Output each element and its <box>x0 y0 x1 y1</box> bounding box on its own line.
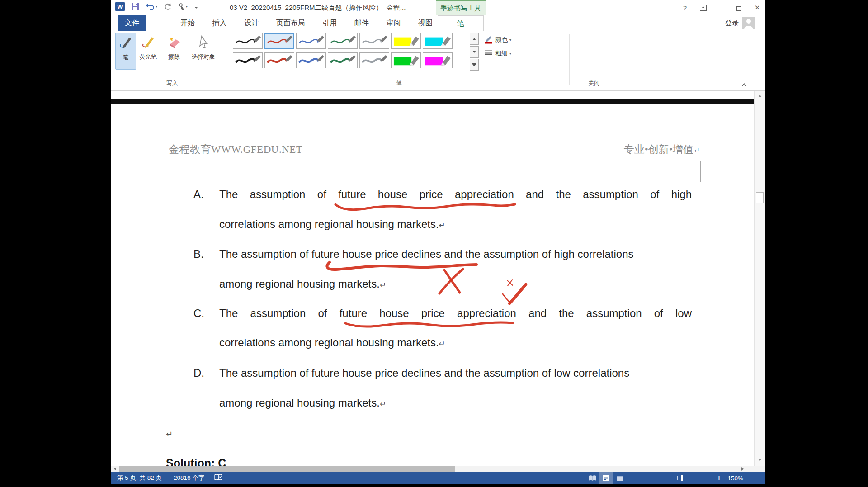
pen-color-button[interactable]: 颜色▾ <box>484 34 529 46</box>
tab-page-layout[interactable]: 页面布局 <box>275 15 306 31</box>
highlighter-style-swatch[interactable] <box>391 33 421 49</box>
pen-style-swatch[interactable] <box>328 52 358 68</box>
scroll-down-button[interactable] <box>755 455 764 464</box>
word-window: W ▾ ▾ 03 V2_20220 <box>111 0 765 484</box>
pen-style-gallery <box>233 33 469 71</box>
status-bar: 第 5 页, 共 82 页 20816 个字 − <box>111 472 765 484</box>
help-button[interactable]: ? <box>677 3 693 13</box>
svg-text:W: W <box>117 3 123 10</box>
pen-style-swatch[interactable] <box>359 52 389 68</box>
undo-button[interactable]: ▾ <box>146 3 157 10</box>
gallery-scroll-up-button[interactable] <box>470 33 479 45</box>
ink-check-mark-up <box>509 284 526 303</box>
vertical-scrollbar[interactable] <box>754 91 765 466</box>
pen-style-swatch[interactable] <box>296 52 326 68</box>
tab-design[interactable]: 设计 <box>243 15 259 31</box>
tab-view[interactable]: 视图 <box>417 15 434 31</box>
pen-style-swatch[interactable] <box>359 33 389 49</box>
tab-references[interactable]: 引用 <box>321 15 338 31</box>
pen-style-swatch[interactable] <box>233 52 263 68</box>
word-count[interactable]: 20816 个字 <box>174 474 204 482</box>
scroll-up-button[interactable] <box>755 92 764 100</box>
pen-style-swatch[interactable] <box>328 33 358 49</box>
ink-cross-mark-stroke2 <box>439 269 463 293</box>
pen-thickness-button[interactable]: 粗细▾ <box>484 47 529 59</box>
save-icon[interactable] <box>131 3 139 11</box>
ribbon: 笔 荧光笔 擦除 选择对象 <box>111 31 765 91</box>
document-canvas[interactable]: 金程教育WWW.GFEDU.NET 专业•创新•增值↵ A. The assum… <box>111 91 765 466</box>
scroll-right-button[interactable] <box>739 466 746 472</box>
zoom-percentage[interactable]: 150% <box>727 475 743 482</box>
eraser-tool-button[interactable]: 擦除 <box>164 33 184 71</box>
ribbon-tab-row: 文件 开始 插入 设计 页面布局 引用 邮件 审阅 视图 笔 登录 <box>111 15 765 31</box>
ink-annotation-layer <box>111 91 754 466</box>
group-label-write: 写入 <box>114 80 230 87</box>
tab-file[interactable]: 文件 <box>118 15 146 31</box>
highlighter-style-swatch[interactable] <box>423 52 453 68</box>
select-objects-button[interactable]: 选择对象 <box>189 33 217 71</box>
pen-tool-button[interactable]: 笔 <box>115 33 136 70</box>
ribbon-display-options-button[interactable] <box>695 3 711 13</box>
zoom-slider-thumb[interactable] <box>681 475 683 481</box>
color-brush-icon <box>484 35 493 45</box>
sign-in-link[interactable]: 登录 <box>725 15 739 31</box>
select-arrow-icon <box>196 34 211 52</box>
customize-qat-icon[interactable] <box>194 4 198 9</box>
pen-icon <box>118 35 133 52</box>
pen-style-swatch[interactable] <box>296 33 326 49</box>
thickness-lines-icon <box>484 48 493 59</box>
vertical-scroll-thumb[interactable] <box>756 192 764 203</box>
group-label-close: 关闭 <box>569 80 619 87</box>
horizontal-scrollbar[interactable] <box>111 466 765 472</box>
touch-mode-icon[interactable]: ▾ <box>178 3 188 11</box>
redo-icon[interactable] <box>164 3 171 10</box>
zoom-out-button[interactable]: − <box>632 474 639 482</box>
ink-small-x <box>507 280 513 286</box>
tab-pen-active[interactable]: 笔 <box>438 15 484 31</box>
proofing-status-icon[interactable] <box>214 474 222 482</box>
tab-review[interactable]: 审阅 <box>385 15 401 31</box>
restore-button[interactable] <box>731 3 747 13</box>
pen-gallery-row-1 <box>233 33 454 49</box>
ink-underline-option-b <box>327 262 476 270</box>
collapse-ribbon-button[interactable] <box>741 80 747 89</box>
tab-mailings[interactable]: 邮件 <box>354 15 370 31</box>
tab-insert[interactable]: 插入 <box>212 15 228 31</box>
gallery-more-button[interactable] <box>470 59 479 71</box>
zoom-slider[interactable] <box>643 472 711 484</box>
scroll-left-button[interactable] <box>112 466 118 472</box>
pen-gallery-row-2 <box>233 52 454 68</box>
contextual-tab-group-ink-tools: 墨迹书写工具 <box>436 0 486 15</box>
document-title: 03 V2_20220415_2205FRM二级百题（操作风险）_金程... <box>230 4 406 12</box>
ink-underline-option-a <box>335 204 515 210</box>
highlighter-style-swatch[interactable] <box>391 52 421 68</box>
read-mode-button[interactable] <box>585 472 599 484</box>
pen-style-swatch[interactable] <box>264 52 294 68</box>
gallery-scroll-down-button[interactable] <box>470 46 479 58</box>
eraser-icon <box>166 34 182 52</box>
tab-home[interactable]: 开始 <box>179 15 196 31</box>
minimize-button[interactable]: — <box>713 3 729 13</box>
avatar[interactable] <box>742 17 755 29</box>
word-logo-icon: W <box>115 2 125 11</box>
ink-underline-option-c <box>345 322 513 326</box>
highlighter-style-swatch[interactable] <box>423 33 453 49</box>
close-button[interactable]: ✕ <box>750 3 765 13</box>
print-layout-button[interactable] <box>599 472 613 484</box>
highlighter-icon <box>141 34 156 52</box>
title-bar: W ▾ ▾ 03 V2_20220 <box>111 0 765 15</box>
zoom-in-button[interactable]: + <box>716 474 722 482</box>
pen-style-swatch[interactable] <box>233 33 263 49</box>
page-indicator[interactable]: 第 5 页, 共 82 页 <box>117 474 162 482</box>
group-label-pens: 笔 <box>231 80 567 87</box>
horizontal-scroll-thumb[interactable] <box>119 466 455 472</box>
web-layout-button[interactable] <box>613 472 626 484</box>
highlighter-tool-button[interactable]: 荧光笔 <box>137 33 159 71</box>
pen-style-swatch[interactable] <box>264 33 294 49</box>
